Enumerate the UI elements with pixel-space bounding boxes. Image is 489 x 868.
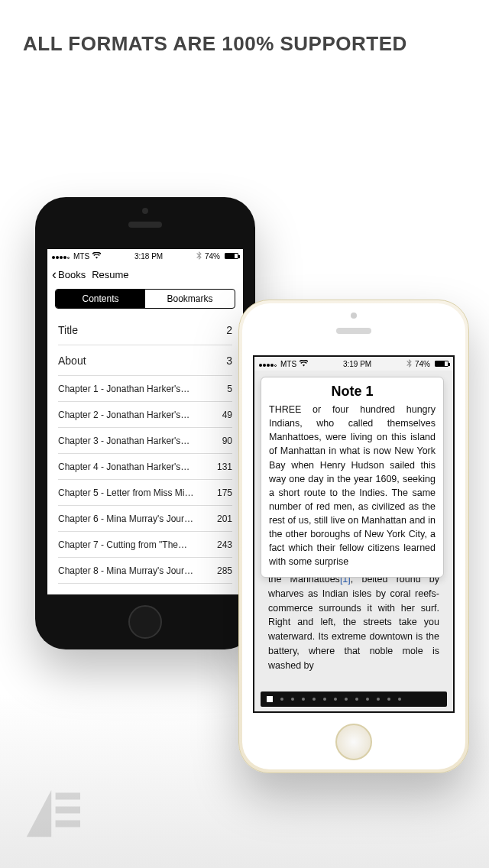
toc-title: Chapter 3 - Jonathan Harker's…	[58, 436, 189, 446]
toc-page: 49	[222, 410, 232, 420]
toc-row[interactable]: Chapter 5 - Letter from Miss Mi…175	[58, 480, 232, 506]
toc-title: Title	[58, 324, 78, 336]
toc-list[interactable]: Title2 About3 Chapter 1 - Jonathan Harke…	[47, 315, 243, 584]
signal-icon	[52, 252, 70, 261]
signal-icon	[259, 360, 277, 368]
toc-title: About	[58, 355, 86, 367]
status-bar: MTS 3:18 PM 74%	[47, 249, 243, 263]
segmented-control[interactable]: Contents Bookmarks	[55, 289, 235, 309]
resume-button[interactable]: Resume	[92, 269, 128, 280]
toc-row[interactable]: Chapter 4 - Jonathan Harker's…131	[58, 454, 232, 480]
page-dot[interactable]	[334, 698, 337, 701]
toc-page: 243	[217, 539, 232, 550]
toc-page: 175	[217, 487, 232, 498]
carrier-label: MTS	[73, 252, 89, 261]
home-button[interactable]	[335, 724, 372, 760]
page-dot[interactable]	[291, 698, 294, 701]
note-title: Note 1	[269, 384, 436, 400]
device-speaker	[336, 328, 371, 334]
nav-bar: ‹ Books Resume	[47, 263, 243, 286]
page-indicator[interactable]	[261, 691, 447, 707]
reader-text-fragment: , belted round by wharves as Indian isle…	[268, 574, 439, 671]
device-mockup-black: MTS 3:18 PM 74% ‹ Books Resume Contents …	[35, 197, 255, 649]
tab-contents[interactable]: Contents	[56, 290, 145, 308]
toc-title: Chapter 5 - Letter from Miss Mi…	[58, 487, 193, 498]
toc-row[interactable]: Chapter 8 - Mina Murray's Jour…285	[58, 558, 232, 584]
toc-title: Chapter 1 - Jonathan Harker's…	[58, 384, 189, 394]
page-dot[interactable]	[345, 698, 348, 701]
toc-title: Chapter 4 - Jonathan Harker's…	[58, 462, 189, 472]
status-bar: MTS 3:19 PM 74%	[254, 357, 453, 371]
toc-page: 90	[222, 436, 232, 446]
page-dot[interactable]	[323, 698, 326, 701]
toc-page: 285	[217, 565, 232, 576]
wifi-icon	[92, 252, 101, 261]
toc-title: Chapter 7 - Cutting from "The…	[58, 539, 187, 550]
note-body: THREE or four hundred hungry Indians, wh…	[269, 403, 436, 569]
back-button[interactable]: Books	[58, 269, 86, 280]
toc-page: 2	[226, 324, 232, 336]
toc-title: Chapter 2 - Jonathan Harker's…	[58, 410, 189, 420]
toc-page: 3	[226, 355, 232, 367]
back-chevron-icon[interactable]: ‹	[52, 267, 57, 281]
bluetooth-icon	[196, 251, 202, 261]
toc-title: Chapter 6 - Mina Murray's Jour…	[58, 513, 193, 524]
screen-toc: MTS 3:18 PM 74% ‹ Books Resume Contents …	[47, 249, 243, 594]
battery-label: 74%	[415, 360, 430, 368]
page-dot[interactable]	[280, 698, 283, 701]
screen-reader: MTS 3:19 PM 74% the Manhattoes[1], belte…	[253, 355, 455, 713]
page-dot[interactable]	[398, 698, 401, 701]
page-dot[interactable]	[377, 698, 380, 701]
bluetooth-icon	[406, 359, 412, 369]
toc-row[interactable]: Chapter 3 - Jonathan Harker's…90	[58, 428, 232, 454]
toc-row[interactable]: Title2	[58, 315, 232, 345]
note-popover[interactable]: Note 1 THREE or four hundred hungry Indi…	[261, 377, 444, 578]
clock-label: 3:19 PM	[343, 360, 371, 368]
toc-page: 5	[227, 384, 232, 394]
device-mockup-gold: MTS 3:19 PM 74% the Manhattoes[1], belte…	[238, 300, 469, 773]
carrier-label: MTS	[280, 360, 296, 368]
tab-bookmarks[interactable]: Bookmarks	[145, 290, 235, 308]
home-button[interactable]	[128, 605, 162, 639]
app-logo-icon	[18, 776, 87, 845]
device-camera	[142, 208, 148, 214]
page-dot[interactable]	[302, 698, 305, 701]
toc-row[interactable]: Chapter 6 - Mina Murray's Jour…201	[58, 506, 232, 532]
battery-label: 74%	[205, 252, 220, 261]
toc-row[interactable]: Chapter 2 - Jonathan Harker's…49	[58, 402, 232, 428]
device-speaker	[128, 222, 162, 228]
toc-page: 131	[217, 462, 232, 472]
page-dot[interactable]	[313, 698, 316, 701]
battery-icon	[435, 361, 449, 367]
device-camera	[351, 313, 357, 319]
marketing-headline: ALL FORMATS ARE 100% SUPPORTED	[23, 32, 466, 56]
toc-page: 201	[217, 513, 232, 524]
wifi-icon	[300, 360, 308, 368]
toc-row[interactable]: Chapter 7 - Cutting from "The…243	[58, 532, 232, 558]
toc-title: Chapter 8 - Mina Murray's Jour…	[58, 565, 193, 576]
battery-icon	[225, 253, 238, 259]
toc-row[interactable]: Chapter 1 - Jonathan Harker's…5	[58, 376, 232, 402]
clock-label: 3:18 PM	[134, 252, 163, 261]
page-dot[interactable]	[387, 698, 390, 701]
page-dot[interactable]	[366, 698, 369, 701]
page-dot[interactable]	[355, 698, 358, 701]
toc-row[interactable]: About3	[58, 345, 232, 376]
page-current-icon	[267, 696, 273, 702]
